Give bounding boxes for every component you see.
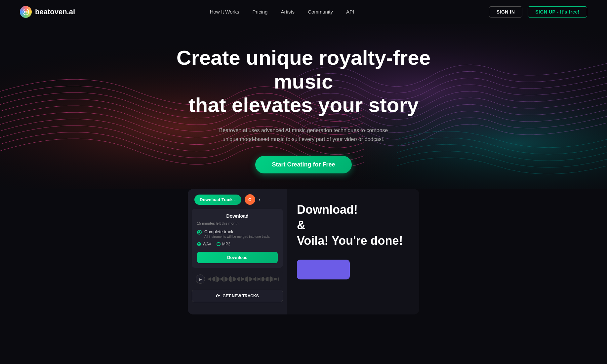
play-button[interactable]: ▶ (196, 274, 205, 284)
chevron-down-icon: ▾ (259, 197, 261, 202)
nav-item-pricing[interactable]: Pricing (253, 9, 268, 15)
demo-left-panel: Download Track ↓ C ▾ Download 15 minutes… (188, 189, 287, 314)
hero-content: Create unique royalty-free music that el… (171, 46, 436, 173)
logo-icon (20, 6, 32, 18)
hero-title-line1: Create unique royalty-free music (177, 46, 430, 92)
nav-link-artists[interactable]: Artists (281, 9, 295, 15)
complete-track-option[interactable]: Complete track All instruments will be m… (197, 229, 278, 238)
player-bar: ▶ (192, 271, 283, 287)
signin-button[interactable]: SIGN IN (489, 6, 523, 18)
hero-title: Create unique royalty-free music that el… (171, 46, 436, 117)
svg-point-0 (23, 9, 29, 15)
logo[interactable]: beatoven.ai (20, 6, 75, 18)
avatar-initial: C (248, 197, 251, 202)
nav-item-community[interactable]: Community (308, 9, 333, 15)
demo-section: Download Track ↓ C ▾ Download 15 minutes… (0, 189, 607, 314)
hero-title-line2: that elevates your story (188, 93, 419, 116)
svg-point-2 (26, 11, 28, 13)
user-avatar: C (245, 194, 255, 205)
radio-complete-track[interactable] (197, 230, 202, 235)
nav-item-how-it-works[interactable]: How It Works (210, 9, 239, 15)
download-track-button[interactable]: Download Track ↓ (194, 195, 241, 205)
waveform (208, 275, 279, 283)
demo-title: Download! & Voila! You're done! (297, 202, 409, 248)
nav-link-api[interactable]: API (346, 9, 354, 15)
play-icon: ▶ (199, 277, 202, 281)
demo-card: Download Track ↓ C ▾ Download 15 minutes… (188, 189, 419, 314)
download-button[interactable]: Download (197, 252, 278, 263)
nav-link-pricing[interactable]: Pricing (253, 9, 268, 15)
download-header: Download Track ↓ C ▾ (188, 189, 287, 209)
signup-button[interactable]: SIGN UP - It's free! (528, 6, 587, 18)
mp3-label: MP3 (222, 242, 230, 246)
hero-subtitle: Beatoven.ai uses advanced AI music gener… (218, 126, 389, 144)
nav-link-community[interactable]: Community (308, 9, 333, 15)
demo-title-line1: Download! (297, 203, 358, 216)
nav-buttons: SIGN IN SIGN UP - It's free! (489, 6, 587, 18)
navbar: beatoven.ai How It Works Pricing Artists… (0, 0, 607, 24)
get-new-tracks-button[interactable]: ⟳ GET NEW TRACKS (192, 290, 283, 302)
format-options: WAV MP3 (197, 242, 278, 246)
radio-mp3[interactable] (217, 242, 221, 246)
minutes-left: 15 minutes left this month. (197, 221, 278, 225)
nav-item-artists[interactable]: Artists (281, 9, 295, 15)
cta-button[interactable]: Start Creating for Free (255, 156, 351, 173)
wav-label: WAV (203, 242, 211, 246)
radio-wav[interactable] (197, 242, 201, 246)
option-text-wrapper: Complete track All instruments will be m… (204, 229, 270, 238)
download-modal-title: Download (197, 213, 278, 219)
svg-point-1 (24, 11, 26, 13)
download-modal: Download 15 minutes left this month. Com… (192, 209, 283, 268)
nav-links: How It Works Pricing Artists Community A… (210, 9, 354, 15)
wav-option[interactable]: WAV (197, 242, 211, 246)
download-track-label: Download Track ↓ (200, 197, 236, 202)
purple-decoration-box (297, 260, 350, 279)
demo-right-panel: Download! & Voila! You're done! (287, 189, 419, 314)
refresh-icon: ⟳ (216, 293, 220, 299)
demo-title-line2: & (297, 218, 305, 232)
hero-section: Create unique royalty-free music that el… (0, 24, 607, 196)
demo-title-line3: Voila! You're done! (297, 234, 403, 247)
nav-link-how-it-works[interactable]: How It Works (210, 9, 239, 15)
logo-svg (22, 8, 29, 16)
mp3-option[interactable]: MP3 (217, 242, 230, 246)
logo-text: beatoven.ai (35, 8, 75, 16)
option-complete-track-sub: All instruments will be merged into one … (204, 235, 270, 238)
get-tracks-label: GET NEW TRACKS (223, 294, 259, 298)
nav-item-api[interactable]: API (346, 9, 354, 15)
option-complete-track-label: Complete track (204, 229, 270, 234)
